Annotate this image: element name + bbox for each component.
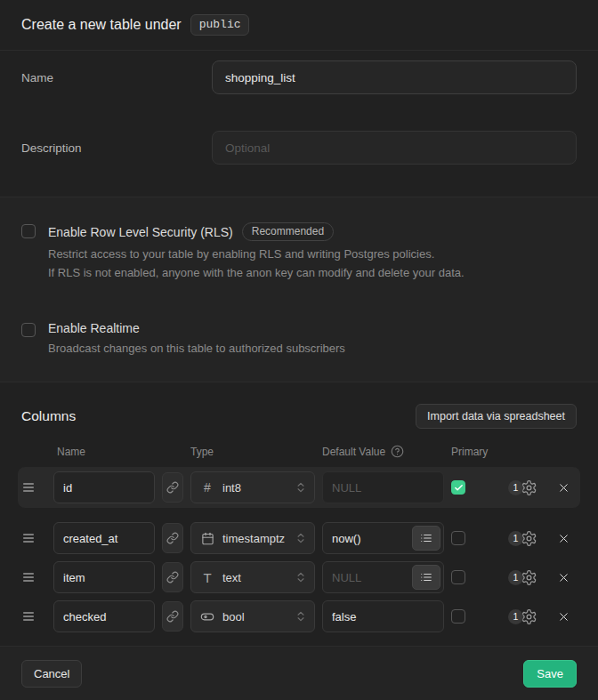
remove-column-icon[interactable] <box>557 610 570 624</box>
columns-title: Columns <box>21 408 76 424</box>
column-name-input[interactable] <box>53 522 155 554</box>
column-type-select[interactable]: T text <box>190 561 315 593</box>
column-type-value: text <box>222 571 287 584</box>
check-icon <box>454 483 464 493</box>
realtime-label: Enable Realtime <box>48 321 140 335</box>
settings-count-badge: 1 <box>508 609 523 624</box>
realtime-description: Broadcast changes on this table to autho… <box>48 339 345 358</box>
settings-count-badge: 1 <box>508 531 523 546</box>
create-table-dialog: Create a new table under public Name Des… <box>0 0 598 700</box>
import-spreadsheet-button[interactable]: Import data via spreadsheet <box>416 404 577 429</box>
settings-count-badge: 1 <box>508 570 523 585</box>
default-suggestions-list-icon[interactable] <box>412 526 440 551</box>
column-default-input <box>322 471 444 503</box>
chevrons-up-down-icon <box>295 481 307 494</box>
dialog-title: Create a new table under public <box>21 14 249 36</box>
drag-handle-icon[interactable] <box>21 480 36 495</box>
drag-handle-icon[interactable] <box>21 609 36 624</box>
toggle-icon <box>200 609 214 624</box>
column-type-value: int8 <box>222 481 287 495</box>
description-label: Description <box>21 141 212 155</box>
text-type-icon: T <box>200 570 214 585</box>
header-primary: Primary <box>451 446 501 458</box>
remove-column-icon[interactable] <box>557 481 570 495</box>
dialog-footer: Cancel Save <box>0 646 598 700</box>
rls-checkbox[interactable] <box>21 224 36 238</box>
foreign-key-link-icon[interactable] <box>162 562 183 592</box>
realtime-toggle-content: Enable Realtime Broadcast changes on thi… <box>48 321 345 358</box>
rls-label: Enable Row Level Security (RLS) <box>48 225 233 239</box>
foreign-key-link-icon[interactable] <box>162 472 183 503</box>
drag-handle-icon[interactable] <box>21 531 36 545</box>
rls-toggle-content: Enable Row Level Security (RLS) Recommen… <box>48 222 465 282</box>
column-name-input[interactable] <box>53 471 155 503</box>
settings-count-badge: 1 <box>508 480 523 495</box>
header-type: Type <box>190 446 315 458</box>
general-fields-section: Name Description <box>0 51 598 197</box>
table-name-input[interactable] <box>212 60 577 94</box>
primary-key-checkbox[interactable] <box>451 609 465 624</box>
column-row-panel: # int8 1 <box>18 467 580 508</box>
column-name-input[interactable] <box>53 561 155 593</box>
help-circle-icon[interactable] <box>391 445 404 458</box>
foreign-key-link-icon[interactable] <box>162 523 183 553</box>
drag-handle-icon[interactable] <box>21 570 36 584</box>
column-row-id: # int8 1 <box>21 471 577 503</box>
table-description-input[interactable] <box>212 131 577 165</box>
column-row-item: T text 1 <box>21 561 577 593</box>
cancel-button[interactable]: Cancel <box>21 660 82 688</box>
toggles-section: Enable Row Level Security (RLS) Recommen… <box>0 197 598 382</box>
column-type-select[interactable]: bool <box>190 600 315 632</box>
primary-key-checkbox[interactable] <box>451 531 465 545</box>
recommended-badge: Recommended <box>242 222 334 241</box>
columns-table-header: Name Type Default Value Primary <box>21 445 577 458</box>
chevrons-up-down-icon <box>295 571 307 583</box>
rls-description-line1: Restrict access to your table by enablin… <box>48 245 465 263</box>
remove-column-icon[interactable] <box>557 571 570 584</box>
dialog-header: Create a new table under public <box>0 0 598 51</box>
column-settings-button[interactable]: 1 <box>508 479 537 496</box>
column-name-input[interactable] <box>53 600 155 632</box>
realtime-toggle-row: Enable Realtime Broadcast changes on thi… <box>21 321 577 358</box>
primary-key-checkbox[interactable] <box>451 570 465 584</box>
remove-column-icon[interactable] <box>557 532 570 545</box>
column-default-input[interactable] <box>322 600 444 632</box>
columns-section: Columns Import data via spreadsheet Name… <box>0 382 598 646</box>
column-row-checked: bool 1 <box>21 600 577 632</box>
column-type-select[interactable]: # int8 <box>190 471 315 503</box>
column-row-created-at: timestamptz 1 <box>21 522 577 554</box>
rls-description-line2: If RLS is not enabled, anyone with the a… <box>48 263 465 282</box>
primary-key-checkbox[interactable] <box>451 480 465 495</box>
default-suggestions-list-icon[interactable] <box>412 565 440 590</box>
chevrons-up-down-icon <box>295 610 307 623</box>
column-settings-button[interactable]: 1 <box>508 530 537 547</box>
calendar-icon <box>200 532 214 545</box>
column-type-value: bool <box>222 610 287 624</box>
schema-badge: public <box>190 14 250 36</box>
header-default-value: Default Value <box>322 446 385 458</box>
description-field-row: Description <box>21 131 577 165</box>
foreign-key-link-icon[interactable] <box>162 601 183 632</box>
name-label: Name <box>21 71 212 84</box>
column-type-value: timestamptz <box>222 532 287 545</box>
column-settings-button[interactable]: 1 <box>508 608 537 625</box>
realtime-checkbox[interactable] <box>21 323 36 337</box>
name-field-row: Name <box>21 60 577 94</box>
chevrons-up-down-icon <box>295 532 307 544</box>
hash-icon: # <box>200 480 214 495</box>
header-name: Name <box>53 446 155 458</box>
rls-toggle-row: Enable Row Level Security (RLS) Recommen… <box>21 222 577 282</box>
column-type-select[interactable]: timestamptz <box>190 522 315 554</box>
dialog-title-text: Create a new table under <box>21 17 182 33</box>
column-settings-button[interactable]: 1 <box>508 569 537 586</box>
save-button[interactable]: Save <box>523 660 577 688</box>
